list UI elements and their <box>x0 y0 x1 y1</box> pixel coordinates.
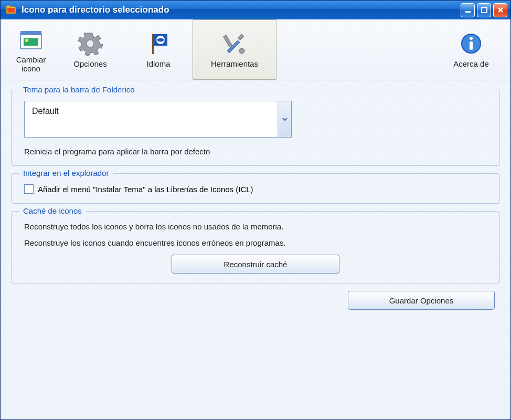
svg-rect-10 <box>152 34 154 54</box>
toolbar-language[interactable]: Idioma <box>124 19 193 80</box>
svg-rect-13 <box>223 35 232 47</box>
svg-point-8 <box>25 39 28 42</box>
install-theme-checkbox[interactable] <box>24 184 34 194</box>
svg-rect-1 <box>6 6 10 8</box>
theme-combobox[interactable]: Default <box>24 101 292 138</box>
rebuild-cache-button[interactable]: Reconstruir caché <box>172 255 339 274</box>
content-area: Tema para la barra de Folderico Default … <box>1 80 510 419</box>
toolbar: Cambiar icono Opciones Idioma Herramient… <box>1 19 510 80</box>
chevron-down-icon[interactable] <box>278 101 291 137</box>
cache-description-2: Reconstruye los iconos cuando encuentres… <box>24 238 487 247</box>
theme-selected-value: Default <box>25 101 278 137</box>
toolbar-label: Herramientas <box>211 59 258 68</box>
app-icon <box>6 5 16 15</box>
gear-icon <box>78 31 103 56</box>
footer: Guardar Opciones <box>11 291 500 310</box>
svg-rect-17 <box>470 41 473 50</box>
svg-rect-4 <box>482 7 487 13</box>
svg-point-16 <box>470 37 473 40</box>
info-icon <box>459 31 484 56</box>
svg-rect-2 <box>7 8 15 13</box>
install-theme-checkbox-row: Añadir el menú "Instalar Tema" a las Lib… <box>24 184 487 194</box>
minimize-button[interactable] <box>461 3 475 17</box>
cache-description-1: Reconstruye todos los iconos y borra los… <box>24 222 487 231</box>
tools-icon <box>222 31 247 56</box>
close-button[interactable] <box>493 3 507 17</box>
toolbar-label: Opciones <box>73 59 107 68</box>
save-options-button[interactable]: Guardar Opciones <box>348 291 495 310</box>
window-controls <box>461 3 507 17</box>
folder-image-icon <box>18 27 44 52</box>
toolbar-change-icon[interactable]: Cambiar icono <box>6 19 56 80</box>
titlebar: Icono para directorio seleccionado <box>1 1 510 19</box>
toolbar-about[interactable]: Acerca de <box>437 19 505 80</box>
svg-point-14 <box>239 48 244 54</box>
group-title: Tema para la barra de Folderico <box>19 85 139 94</box>
explorer-groupbox: Integrar en el explorador Añadir el menú… <box>11 173 500 204</box>
flag-globe-icon <box>146 31 171 56</box>
toolbar-tools[interactable]: Herramientas <box>193 19 276 80</box>
toolbar-label: Acerca de <box>453 59 489 68</box>
group-title: Integrar en el explorador <box>19 169 113 177</box>
maximize-button[interactable] <box>477 3 491 17</box>
app-window: Icono para directorio seleccionado Cambi… <box>0 0 511 420</box>
group-title: Caché de iconos <box>19 206 86 215</box>
theme-groupbox: Tema para la barra de Folderico Default … <box>11 90 500 166</box>
svg-rect-3 <box>465 11 471 13</box>
toolbar-options[interactable]: Opciones <box>56 19 124 80</box>
toolbar-label: Cambiar icono <box>6 55 56 73</box>
svg-point-9 <box>87 40 94 47</box>
window-title: Icono para directorio seleccionado <box>22 5 461 15</box>
svg-rect-6 <box>20 31 41 35</box>
checkbox-label: Añadir el menú "Instalar Tema" a las Lib… <box>38 185 253 194</box>
toolbar-label: Idioma <box>146 59 170 68</box>
theme-hint: Reinicia el programa para aplicar la bar… <box>24 147 487 156</box>
cache-groupbox: Caché de iconos Reconstruye todos los ic… <box>11 211 500 284</box>
